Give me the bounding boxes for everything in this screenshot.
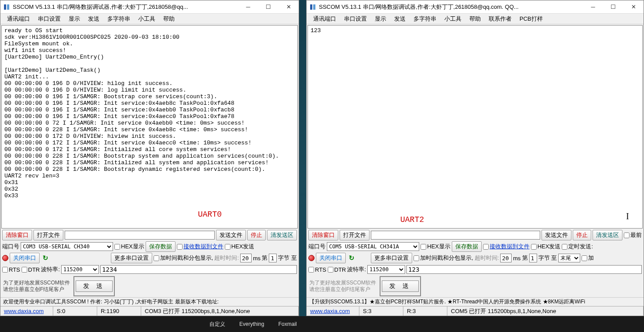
timeout-input[interactable] [240, 254, 252, 262]
taskbar-item[interactable]: 自定义 [202, 321, 232, 328]
file-path-input[interactable] [65, 231, 215, 240]
more-settings-button[interactable]: 更多串口设置 [111, 253, 152, 263]
dtr-checkbox[interactable]: DTR [328, 266, 346, 273]
status-site[interactable]: www.daxia.com [307, 306, 359, 316]
promo-row: 为了更好地发展SSCOM软件 请您注册嘉立创F结尾客户 发 送 [0, 275, 299, 297]
baud-select[interactable]: 115200 [367, 265, 405, 274]
hex-show-checkbox[interactable]: HEX显示 [114, 243, 144, 251]
status-s: S:0 [53, 306, 97, 316]
clear-window-button[interactable]: 清除窗口 [2, 230, 32, 240]
status-com: COM5 已打开 115200bps,8,1,None,None [447, 306, 644, 316]
port-select[interactable]: COM3 USB-SERIAL CH340 [21, 242, 113, 251]
menu-send[interactable]: 发送 [390, 14, 410, 24]
port-select[interactable]: COM5 USB-SERIAL CH341A [327, 242, 419, 251]
menu-send[interactable]: 发送 [84, 14, 103, 24]
clear-send-button[interactable]: 清发送区 [267, 230, 297, 240]
stop-button[interactable]: 停止 [247, 230, 266, 240]
send-button[interactable]: 发 送 [76, 280, 113, 292]
menu-display[interactable]: 显示 [371, 14, 390, 24]
close-button[interactable]: ✕ [278, 0, 299, 14]
toolbar-row-1: 清除窗口 打开文件 发送文件 停止 清发送区 最前 [307, 229, 644, 241]
timeout-input[interactable] [500, 254, 512, 262]
timed-send-checkbox[interactable]: 定时发送: [562, 243, 593, 251]
status-com: COM3 已打开 115200bps,8,1,None,None [141, 306, 299, 316]
maximize-button[interactable]: ☐ [603, 0, 623, 14]
topmost-checkbox[interactable]: 最前 [624, 231, 642, 239]
hex-show-checkbox[interactable]: HEX显示 [421, 243, 450, 251]
dtr-checkbox[interactable]: DTR [22, 266, 40, 273]
menu-tools[interactable]: 小工具 [440, 14, 465, 24]
record-icon [308, 255, 315, 261]
send-file-button[interactable]: 发送文件 [542, 230, 571, 240]
send-text-input[interactable] [406, 265, 642, 274]
status-r: R:1190 [97, 306, 141, 316]
menu-help[interactable]: 帮助 [159, 14, 179, 24]
stop-button[interactable]: 停止 [573, 230, 591, 240]
rts-checkbox[interactable]: RTS [2, 266, 20, 273]
rts-checkbox[interactable]: RTS [308, 266, 326, 273]
taskbar-item[interactable]: Foxmail [271, 321, 304, 327]
footer-links: 欢迎使用专业串口调试工具SSCOM ! 作者: 习小猛(丁丁) ,大虾电子网版主… [0, 297, 299, 306]
toolbar-row-3: 关闭串口 ↻ 更多串口设置 加时间戳和分包显示, 超时时间: ms 第 字节 至… [307, 252, 644, 264]
maximize-button[interactable]: ☐ [258, 0, 278, 14]
file-path-input[interactable] [371, 231, 540, 240]
terminal-output[interactable]: ready to OS start sdk ver:Hi3861V100R001… [1, 25, 298, 229]
menu-multistr[interactable]: 多字符串 [410, 14, 440, 24]
menu-comm[interactable]: 通讯端口 [3, 14, 34, 24]
toolbar-row-4: RTS DTR 波特率: 115200 [0, 264, 299, 275]
baud-label: 波特率: [347, 266, 366, 273]
svg-rect-3 [313, 4, 315, 10]
timeout-label: 超时时间: [475, 254, 499, 262]
menu-multistr[interactable]: 多字符串 [103, 14, 134, 24]
titlebar[interactable]: SSCOM V5.13.1 串口/网络数据调试器,作者:大虾丁丁,2618058… [307, 0, 644, 14]
status-r: R:3 [403, 306, 447, 316]
menubar: 通讯端口 串口设置 显示 发送 多字符串 小工具 帮助 [0, 14, 299, 24]
mowei-select[interactable]: 末尾 [558, 254, 580, 262]
close-com-button[interactable]: 关闭串口 [316, 253, 346, 263]
send-button[interactable]: 发 送 [382, 280, 419, 292]
timestamp-checkbox[interactable]: 加时间戳和分包显示, [413, 254, 473, 262]
open-file-button[interactable]: 打开文件 [340, 230, 370, 240]
menu-contact[interactable]: 联系作者 [485, 14, 516, 24]
baud-select[interactable]: 115200 [61, 265, 99, 274]
jia-checkbox[interactable]: 加 [582, 254, 594, 262]
minimize-button[interactable]: ─ [583, 0, 603, 14]
clear-send-button[interactable]: 清发送区 [593, 230, 622, 240]
hex-send-checkbox[interactable]: HEX发送 [531, 243, 561, 251]
svg-rect-2 [310, 4, 312, 10]
menubar: 通讯端口 串口设置 显示 发送 多字符串 小工具 帮助 联系作者 PCB打样 [307, 14, 644, 24]
titlebar[interactable]: SSCOM V5.13.1 串口/网络数据调试器,作者:大虾丁丁,2618058… [0, 0, 299, 14]
clear-window-button[interactable]: 清除窗口 [308, 230, 338, 240]
menu-serial[interactable]: 串口设置 [340, 14, 371, 24]
menu-comm[interactable]: 通讯端口 [309, 14, 340, 24]
recv-to-file-checkbox[interactable]: 接收数据到文件 [483, 243, 530, 251]
send-file-button[interactable]: 发送文件 [216, 230, 246, 240]
menu-tools[interactable]: 小工具 [134, 14, 159, 24]
port-label: 端口号 [2, 243, 19, 251]
menu-serial[interactable]: 串口设置 [34, 14, 65, 24]
close-com-button[interactable]: 关闭串口 [10, 253, 40, 263]
menu-pcb[interactable]: PCB打样 [516, 14, 547, 24]
byte-no-input[interactable] [269, 254, 277, 262]
minimize-button[interactable]: ─ [238, 0, 258, 14]
taskbar[interactable]: 自定义 Everything Foxmail [0, 316, 644, 332]
more-settings-button[interactable]: 更多串口设置 [371, 253, 412, 263]
recv-to-file-checkbox[interactable]: 接收数据到文件 [177, 243, 223, 251]
terminal-output[interactable]: 123UART2I [307, 25, 643, 229]
menu-display[interactable]: 显示 [65, 14, 84, 24]
byte-no-input[interactable] [529, 254, 537, 262]
timestamp-checkbox[interactable]: 加时间戳和分包显示, [154, 254, 213, 262]
save-data-button[interactable]: 保存数据 [452, 241, 482, 252]
send-text-input[interactable] [100, 265, 297, 274]
reload-icon[interactable]: ↻ [347, 254, 356, 262]
menu-help[interactable]: 帮助 [465, 14, 485, 24]
save-data-button[interactable]: 保存数据 [146, 241, 176, 252]
reload-icon[interactable]: ↻ [41, 254, 50, 262]
hex-send-checkbox[interactable]: HEX发送 [225, 243, 255, 251]
promo-row: 为了更好地发展SSCOM软件 请您注册嘉立创F结尾客户 发 送 [307, 275, 644, 297]
text-cursor-icon: I [626, 213, 629, 220]
close-button[interactable]: ✕ [623, 0, 644, 14]
status-site[interactable]: www.daxia.com [0, 306, 53, 316]
open-file-button[interactable]: 打开文件 [33, 230, 63, 240]
taskbar-item[interactable]: Everything [232, 321, 271, 327]
